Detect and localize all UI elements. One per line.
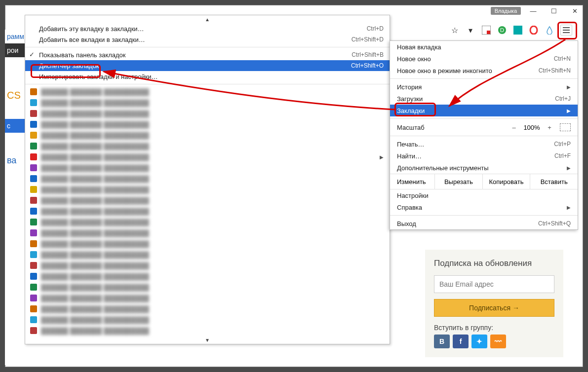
bookmark-item[interactable]: ██████ ███████ ██████████ (25, 195, 390, 206)
chevron-right-icon: ▶ (567, 108, 571, 113)
bookmark-label: ██████ ███████ ██████████ (41, 132, 149, 139)
social-icons: B f ✦ 〰 (434, 335, 554, 348)
menu-exit[interactable]: Выход Ctrl+Shift+Q (390, 218, 578, 229)
pocket-icon[interactable]: ▾ (466, 25, 475, 35)
facebook-icon[interactable]: f (453, 335, 469, 348)
bookmark-item[interactable]: ██████ ███████ ██████████ (25, 173, 390, 184)
subscribe-button[interactable]: Подписаться → (434, 299, 554, 317)
bookmark-label: ██████ ███████ ██████████ (41, 88, 149, 96)
favicon (30, 219, 37, 225)
bookmark-item[interactable]: ██████ ███████ ██████████ (25, 260, 390, 271)
bookmark-item[interactable]: ██████ ███████ ██████████ (25, 108, 390, 119)
bookmark-item[interactable]: ██████ ███████ ██████████ (25, 119, 390, 130)
bookmark-label: ██████ ███████ ██████████ (41, 197, 149, 204)
bookmark-label: ██████ ███████ ██████████ (41, 121, 149, 128)
chevron-right-icon: ▶ (380, 154, 384, 160)
menu-incognito[interactable]: Новое окно в режиме инкогнито Ctrl+Shift… (390, 65, 578, 76)
twitter-icon[interactable]: ✦ (471, 335, 487, 348)
vk-icon[interactable]: B (434, 335, 450, 348)
scroll-down-icon[interactable]: ▼ (25, 336, 390, 344)
email-field[interactable] (434, 275, 554, 293)
menu-find[interactable]: Найти… Ctrl+F (390, 150, 578, 162)
menu-label: Новое окно (397, 55, 431, 63)
bookmark-item[interactable]: ██████ ███████ ██████████ (25, 141, 390, 151)
minimize-button[interactable]: — (525, 5, 542, 16)
menu-label: Найти… (397, 152, 422, 160)
bookmark-label: ██████ ███████ ██████████ (41, 251, 149, 259)
menu-label: Новое окно в режиме инкогнито (397, 67, 492, 74)
rss-icon[interactable]: 〰 (490, 335, 506, 348)
water-icon[interactable] (545, 25, 554, 35)
bookmark-item[interactable]: ██████ ███████ ██████████ (25, 314, 390, 325)
menu-settings[interactable]: Настройки (390, 189, 578, 201)
menu-shortcut: Ctrl+Shift+Q (538, 220, 571, 227)
bookmark-label: ██████ ███████ ██████████ (41, 186, 149, 193)
bookmark-item[interactable]: ██████ ███████ ██████████ (25, 86, 390, 97)
bookmark-item[interactable]: ██████ ███████ ██████████ (25, 217, 390, 227)
menu-label: Загрузки (397, 95, 423, 103)
menu-add-this-bookmark[interactable]: Добавить эту вкладку в закладки… Ctrl+D (25, 23, 390, 34)
menu-separator (390, 78, 578, 79)
favicon (30, 99, 37, 106)
annotation-highlight (394, 103, 436, 116)
bookmark-item[interactable]: ██████ ███████ ██████████ (25, 325, 390, 336)
menu-add-all-bookmarks[interactable]: Добавить все вкладки в закладки… Ctrl+Sh… (25, 34, 390, 45)
bookmark-item[interactable]: ██████ ███████ ██████████ (25, 227, 390, 238)
bookmark-item[interactable]: ██████ ███████ ██████████ (25, 238, 390, 249)
menu-label: Справка (397, 204, 422, 211)
bookmark-item[interactable]: ██████ ███████ ██████████▶ (25, 151, 390, 162)
zoom-out-button[interactable]: – (508, 124, 520, 131)
ext-icon-cyan[interactable] (513, 25, 523, 35)
close-button[interactable]: ✕ (566, 5, 583, 16)
bookmark-item[interactable]: ██████ ███████ ██████████ (25, 293, 390, 303)
bookmark-item[interactable]: ██████ ███████ ██████████ (25, 162, 390, 173)
bookmark-item[interactable]: ██████ ███████ ██████████ (25, 130, 390, 141)
opera-icon[interactable] (529, 25, 539, 35)
bookmark-item[interactable]: ██████ ███████ ██████████ (25, 184, 390, 195)
menu-label: Добавить все вкладки в закладки… (39, 36, 145, 43)
menu-help[interactable]: Справка ▶ (390, 201, 578, 213)
cut-button[interactable]: Вырезать (434, 174, 482, 189)
bookmark-item[interactable]: ██████ ███████ ██████████ (25, 303, 390, 314)
bookmark-label: ██████ ███████ ██████████ (41, 208, 149, 215)
favicon (30, 284, 37, 291)
copy-button[interactable]: Копировать (482, 174, 530, 189)
ext-icon-green[interactable]: D (497, 25, 507, 35)
zoom-in-button[interactable]: + (543, 124, 556, 131)
bookmark-item[interactable]: ██████ ███████ ██████████ (25, 97, 390, 108)
maximize-button[interactable]: ☐ (546, 5, 562, 16)
menu-separator (390, 215, 578, 216)
favicon (30, 305, 37, 312)
bookmark-item[interactable]: ██████ ███████ ██████████ (25, 249, 390, 260)
menu-history[interactable]: История ▶ (390, 81, 578, 93)
user-badge: Владыка (491, 7, 521, 15)
favicon (30, 132, 37, 139)
bookmark-item[interactable]: ██████ ███████ ██████████ (25, 282, 390, 293)
menu-shortcut: Ctrl+Shift+O (351, 62, 384, 69)
menu-new-window[interactable]: Новое окно Ctrl+N (390, 53, 578, 65)
ext-icon[interactable] (481, 25, 491, 35)
window-titlebar: Владыка — ☐ ✕ (386, 5, 583, 17)
menu-shortcut: Ctrl+N (554, 55, 571, 62)
fullscreen-button[interactable] (560, 123, 571, 131)
favicon (30, 240, 37, 247)
menu-shortcut: Ctrl+D (367, 25, 384, 32)
paste-button[interactable]: Вставить (530, 174, 578, 189)
scroll-up-icon[interactable]: ▲ (25, 15, 390, 23)
menu-show-bookmarks-bar[interactable]: Показывать панель закладок Ctrl+Shift+B (25, 49, 390, 60)
menu-more-tools[interactable]: Дополнительные инструменты ▶ (390, 162, 578, 174)
star-icon[interactable]: ☆ (450, 25, 460, 35)
menu-shortcut: Ctrl+P (554, 141, 571, 148)
bookmark-item[interactable]: ██████ ███████ ██████████ (25, 206, 390, 217)
bookmark-label: ██████ ███████ ██████████ (41, 305, 149, 313)
toolbar-extensions: ☆ ▾ D (450, 25, 572, 36)
subscribe-widget: Подписка на обновления Подписаться → Вст… (425, 250, 563, 357)
favicon (30, 251, 37, 258)
menu-print[interactable]: Печать… Ctrl+P (390, 138, 578, 150)
bookmark-label: ██████ ███████ ██████████ (41, 273, 149, 280)
favicon (30, 327, 37, 334)
bookmark-item[interactable]: ██████ ███████ ██████████ (25, 271, 390, 282)
bookmark-label: ██████ ███████ ██████████ (41, 240, 149, 248)
menu-new-tab[interactable]: Новая вкладка (390, 41, 578, 53)
bookmark-label: ██████ ███████ ██████████ (41, 175, 149, 183)
